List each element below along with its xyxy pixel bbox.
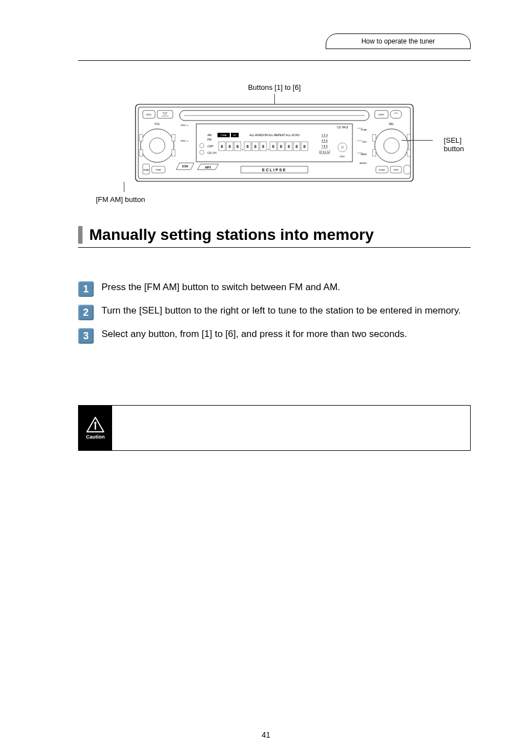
step-text: Select any button, from [1] to [6], and … [101, 328, 471, 341]
step-row: 3 Select any button, from [1] to [6], an… [78, 328, 471, 344]
svg-point-19 [384, 138, 399, 153]
page-number: 41 [262, 730, 270, 739]
svg-rect-11 [139, 134, 143, 141]
svg-text:CD CH: CD CH [207, 151, 216, 155]
svg-text:DISC ∨: DISC ∨ [181, 139, 188, 142]
svg-text:CDP: CDP [207, 145, 214, 148]
callout-right-leader [402, 140, 433, 141]
section-heading: Manually setting stations into memory [78, 226, 471, 248]
svg-text:8: 8 [236, 145, 239, 148]
svg-text:SEL: SEL [389, 122, 394, 126]
svg-text:8: 8 [229, 145, 231, 148]
caution-triangle-icon [86, 416, 105, 433]
svg-text:RTN: RTN [394, 168, 398, 171]
step-number-badge: 3 [78, 328, 94, 344]
svg-text:8: 8 [303, 145, 306, 148]
svg-point-77 [268, 149, 269, 150]
svg-text:8: 8 [246, 145, 249, 148]
svg-rect-5 [157, 110, 173, 118]
svg-rect-13 [139, 150, 143, 156]
disp-button-label: DISP [379, 113, 384, 116]
svg-text:8: 8 [288, 145, 290, 148]
svg-text:FM AM: FM AM [143, 169, 149, 171]
svg-rect-14 [172, 150, 175, 156]
svg-text:RAND: RAND [361, 153, 367, 156]
caution-box: Caution [78, 405, 471, 451]
svg-text:4 5 6: 4 5 6 [321, 139, 327, 142]
svg-rect-8 [390, 110, 402, 118]
section-tab: How to operate the tuner [326, 33, 471, 49]
disc-button-label: DISC [146, 113, 152, 116]
svg-point-92 [94, 422, 96, 424]
svg-text:DISC ∧: DISC ∧ [181, 124, 188, 127]
step-row: 1 Press the [FM AM] button to switch bet… [78, 281, 471, 297]
svg-text:CD 3413: CD 3413 [337, 126, 348, 129]
callout-bottom-leader [124, 182, 124, 192]
caution-body [112, 406, 470, 450]
svg-rect-33 [404, 165, 410, 174]
step-row: 2 Turn the [SEL] button to the right or … [78, 305, 471, 320]
svg-text:VOL: VOL [154, 122, 160, 126]
svg-rect-22 [373, 150, 376, 156]
svg-rect-23 [407, 150, 410, 156]
svg-text:8: 8 [280, 145, 282, 148]
svg-text:PWR: PWR [156, 168, 161, 171]
svg-rect-12 [172, 134, 175, 141]
section-tab-label: How to operate the tuner [343, 37, 453, 45]
svg-text:8: 8 [296, 145, 298, 148]
car-stereo-illustration: DISC DISP VOL DISC ∧ DISC ∨ [135, 104, 414, 182]
svg-text:8: 8 [272, 145, 274, 148]
svg-text:ALL-RANDOM  ALL-REPEAT  ALL-SC: ALL-RANDOM ALL-REPEAT ALL-SCAN [249, 133, 299, 137]
svg-text:AM: AM [207, 133, 212, 137]
callout-sel-line2: button [444, 145, 464, 153]
svg-rect-20 [373, 134, 376, 141]
svg-text:8: 8 [262, 145, 264, 148]
svg-text:1 2 3: 1 2 3 [321, 133, 327, 137]
step-text: Turn the [SEL] button to the right or le… [101, 305, 471, 317]
svg-text:MP3: MP3 [205, 166, 211, 169]
svg-text:7 8 9: 7 8 9 [321, 145, 327, 148]
svg-text:FUNC: FUNC [379, 168, 385, 171]
callout-sel-line1: [SEL] [444, 136, 462, 145]
svg-text:DISC: DISC [340, 155, 345, 158]
step-number-badge: 1 [78, 281, 94, 297]
callout-top-leader [274, 94, 275, 104]
step-text: Press the [FM AM] button to switch betwe… [101, 281, 471, 294]
svg-text:8: 8 [254, 145, 257, 148]
callout-sel-button: [SEL] button [444, 136, 464, 153]
callout-fm-am-button: [FM AM] button [96, 195, 431, 204]
svg-text:ESN: ESN [182, 165, 188, 168]
svg-text:FM: FM [207, 138, 211, 141]
svg-text:10 11 12: 10 11 12 [319, 150, 330, 153]
caution-band: Caution [79, 406, 112, 450]
radio-diagram: Buttons [1] to [6] DISC DISP [118, 83, 431, 204]
svg-text:RPT: RPT [362, 141, 367, 143]
svg-text:TUNE: TUNE [221, 134, 227, 137]
svg-text:ECLIPSE: ECLIPSE [262, 168, 287, 172]
svg-point-10 [149, 138, 165, 153]
header-rule [78, 60, 471, 61]
step-number-badge: 2 [78, 305, 94, 320]
title-accent-bar [78, 226, 83, 244]
svg-text:ST: ST [233, 134, 236, 137]
svg-text:RESET: RESET [360, 162, 367, 165]
svg-point-76 [242, 149, 243, 150]
instruction-steps: 1 Press the [FM AM] button to switch bet… [78, 281, 471, 344]
callout-buttons-1-6: Buttons [1] to [6] [118, 83, 431, 92]
svg-text:SCAN: SCAN [361, 128, 367, 131]
caution-label: Caution [86, 434, 105, 440]
svg-text:8: 8 [221, 145, 223, 148]
page-title: Manually setting stations into memory [89, 226, 374, 244]
